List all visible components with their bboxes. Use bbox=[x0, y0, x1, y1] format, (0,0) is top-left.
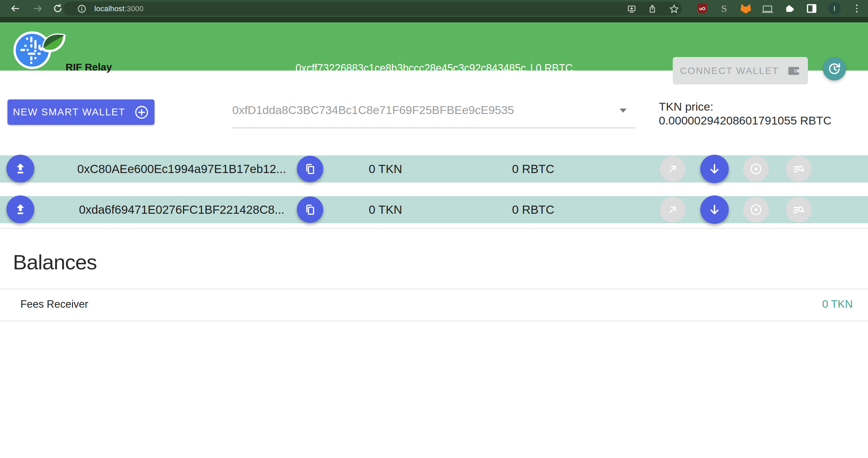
wallet-address: 0xda6f69471E0276FC1BF221428C8... bbox=[58, 196, 306, 223]
metamask-fox-icon[interactable] bbox=[739, 2, 752, 15]
copy-address-button[interactable] bbox=[297, 156, 323, 182]
install-app-icon[interactable] bbox=[626, 3, 637, 15]
new-smart-wallet-label: NEW SMART WALLET bbox=[13, 107, 125, 118]
toolbar-bottom-edge bbox=[0, 17, 868, 22]
connect-wallet-button[interactable]: CONNECT WALLET bbox=[673, 57, 808, 84]
laptop-extension-icon[interactable] bbox=[761, 2, 774, 15]
row-divider bbox=[0, 289, 868, 289]
smart-wallet-select[interactable]: 0xfD1dda8C3BC734Bc1C8e71F69F25BFBEe9cE95… bbox=[232, 100, 635, 128]
ublock-extension-icon[interactable]: uO bbox=[696, 2, 709, 15]
chevron-down-icon bbox=[619, 108, 628, 113]
transfer-button[interactable] bbox=[660, 197, 686, 223]
wallet-rbtc-balance: 0 RBTC bbox=[499, 196, 567, 223]
browser-toolbar: localhost:3000 uO S I bbox=[0, 0, 868, 22]
url-text[interactable]: localhost:3000 bbox=[94, 4, 144, 13]
site-info-icon[interactable] bbox=[76, 3, 88, 15]
smart-wallet-select-value: 0xfD1dda8C3BC734Bc1C8e71F69F25BFBEe9cE95… bbox=[232, 103, 514, 117]
forward-icon[interactable] bbox=[32, 2, 44, 15]
wallet-rbtc-balance: 0 RBTC bbox=[499, 155, 567, 183]
profile-avatar[interactable]: I bbox=[828, 2, 841, 15]
fees-receiver-label: Fees Receiver bbox=[20, 298, 88, 310]
plus-circle-icon bbox=[134, 105, 149, 120]
connect-wallet-label: CONNECT WALLET bbox=[680, 65, 779, 76]
transfer-button[interactable] bbox=[660, 156, 686, 182]
inspect-button[interactable] bbox=[786, 156, 812, 182]
deploy-upload-button[interactable] bbox=[6, 195, 34, 223]
back-icon[interactable] bbox=[9, 2, 21, 15]
tkn-price: TKN price: 0.00000294208601791055 RBTC bbox=[659, 100, 832, 128]
wallet-address: 0xC80AEe600Ec1994a97E1B17eb12... bbox=[58, 155, 306, 183]
execute-button[interactable] bbox=[743, 156, 769, 182]
share-icon[interactable] bbox=[647, 3, 658, 15]
deposit-button[interactable] bbox=[700, 195, 729, 224]
wallet-icon bbox=[787, 64, 801, 78]
address-bar[interactable]: localhost:3000 bbox=[63, 2, 682, 16]
tkn-price-label: TKN price: bbox=[659, 100, 832, 114]
wallet-tkn-balance: 0 TKN bbox=[353, 196, 418, 223]
deposit-button[interactable] bbox=[700, 155, 729, 183]
extensions-puzzle-icon[interactable] bbox=[783, 2, 796, 15]
inspect-button[interactable] bbox=[786, 197, 812, 223]
row-divider bbox=[0, 321, 868, 321]
s-extension-icon[interactable]: S bbox=[718, 2, 730, 15]
smart-wallet-row: 0xda6f69471E0276FC1BF221428C8... 0 TKN 0… bbox=[0, 196, 868, 223]
balances-title: Balances bbox=[13, 250, 97, 274]
execute-button[interactable] bbox=[743, 197, 769, 223]
side-panel-icon[interactable] bbox=[805, 2, 818, 15]
refresh-button[interactable] bbox=[823, 57, 846, 80]
smart-wallet-row: 0xC80AEe600Ec1994a97E1B17eb12... 0 TKN 0… bbox=[0, 155, 868, 183]
deploy-upload-button[interactable] bbox=[6, 155, 34, 183]
tkn-price-value: 0.00000294208601791055 RBTC bbox=[659, 114, 832, 128]
update-clock-icon bbox=[827, 62, 842, 76]
new-smart-wallet-button[interactable]: NEW SMART WALLET bbox=[7, 99, 155, 125]
app-header: RIF Relay 0xcff73226883c1ce8b3bccc28e45c… bbox=[0, 22, 868, 71]
fees-receiver-value: 0 TKN bbox=[822, 298, 853, 310]
copy-address-button[interactable] bbox=[297, 196, 323, 223]
section-divider bbox=[0, 228, 868, 229]
bookmark-star-icon[interactable] bbox=[668, 3, 680, 15]
browser-menu-icon[interactable] bbox=[850, 2, 863, 15]
reload-icon[interactable] bbox=[52, 2, 64, 15]
wallet-tkn-balance: 0 TKN bbox=[353, 155, 418, 183]
